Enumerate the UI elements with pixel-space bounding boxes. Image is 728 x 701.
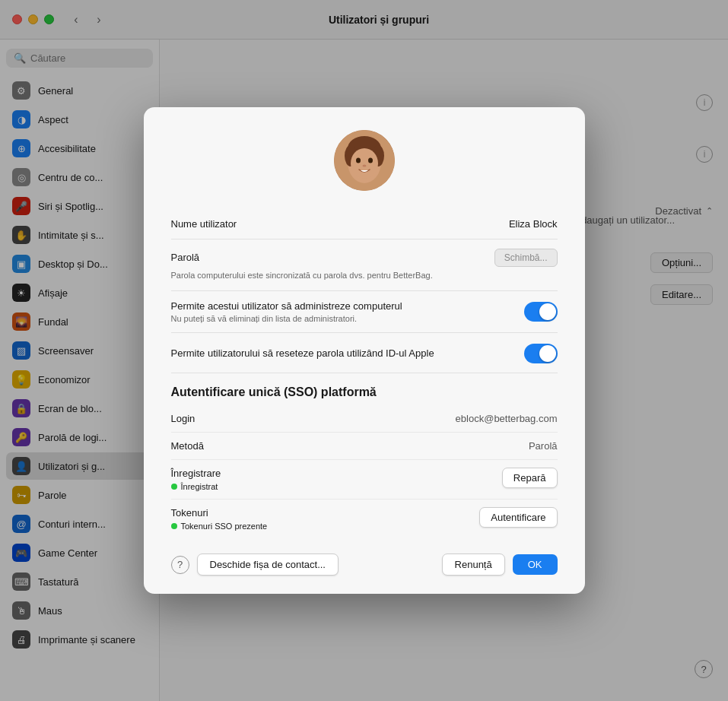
renunta-button[interactable]: Renunță <box>442 554 505 576</box>
help-circle-button[interactable]: ? <box>171 556 189 574</box>
schimba-button[interactable]: Schimbă... <box>494 249 558 267</box>
reset-toggle-label: Permite utilizatorului să reseteze parol… <box>171 347 434 359</box>
tokenuri-content: Tokenuri Tokenuri SSO prezente <box>171 507 480 531</box>
svg-point-5 <box>351 148 378 179</box>
inregistrare-status-dot <box>171 484 177 490</box>
footer-left: ? Deschide fișa de contact... <box>171 554 339 576</box>
metoda-value: Parolă <box>529 440 558 452</box>
tokenuri-status-dot <box>171 523 177 529</box>
password-label: Parolă <box>171 252 200 263</box>
main-window: ‹ › Utilizatori și grupuri 🔍 ⚙General◑As… <box>0 0 728 701</box>
svg-point-6 <box>356 157 361 163</box>
tokenuri-label: Tokenuri <box>171 507 480 519</box>
username-label: Nume utilizator <box>171 218 237 230</box>
modal-avatar-section <box>171 130 558 191</box>
password-section: Parolă Schimbă... Parola computerului es… <box>171 239 558 291</box>
autentificare-button[interactable]: Autentificare <box>479 507 557 528</box>
admin-toggle-label: Permite acestui utilizator să administre… <box>171 300 512 312</box>
username-row: Nume utilizator Eliza Block <box>171 209 558 239</box>
login-value: eblock@betterbag.com <box>456 413 558 424</box>
reset-toggle-row: Permite utilizatorului să reseteze parol… <box>171 333 558 373</box>
deschide-button[interactable]: Deschide fișa de contact... <box>197 554 339 576</box>
metoda-label: Metodă <box>171 440 204 452</box>
repara-button[interactable]: Repară <box>502 468 558 488</box>
username-value: Eliza Block <box>509 218 558 230</box>
tokenuri-status-text: Tokenuri SSO prezente <box>181 522 268 531</box>
admin-toggle-row: Permite acestui utilizator să administre… <box>171 291 558 333</box>
admin-toggle[interactable] <box>524 302 558 322</box>
sso-title: Autentificare unică (SSO) platformă <box>171 373 558 405</box>
inregistrare-content: Înregistrare Înregistrat <box>171 468 502 491</box>
login-label: Login <box>171 413 196 424</box>
admin-toggle-desc: Nu puteți să vă eliminați din lista de a… <box>171 314 512 323</box>
admin-toggle-content: Permite acestui utilizator să administre… <box>171 300 512 323</box>
login-row: Login eblock@betterbag.com <box>171 405 558 433</box>
reset-toggle[interactable] <box>524 344 558 363</box>
password-desc: Parola computerului este sincronizată cu… <box>171 270 445 281</box>
modal-footer: ? Deschide fișa de contact... Renunță OK <box>171 554 558 576</box>
inregistrare-status-text: Înregistrat <box>181 482 218 491</box>
metoda-row: Metodă Parolă <box>171 433 558 460</box>
inregistrare-row: Înregistrare Înregistrat Repară <box>171 460 558 500</box>
tokenuri-status: Tokenuri SSO prezente <box>171 522 480 531</box>
ok-button[interactable]: OK <box>513 554 558 575</box>
user-modal: Nume utilizator Eliza Block Parolă Schim… <box>144 107 585 594</box>
svg-point-8 <box>362 164 366 167</box>
password-top: Parolă Schimbă... <box>171 249 558 267</box>
inregistrare-status: Înregistrat <box>171 482 502 491</box>
inregistrare-label: Înregistrare <box>171 468 502 479</box>
modal-overlay: Nume utilizator Eliza Block Parolă Schim… <box>0 0 728 701</box>
svg-point-7 <box>368 157 373 163</box>
footer-right: Renunță OK <box>442 554 558 576</box>
user-avatar[interactable] <box>334 130 395 191</box>
tokenuri-row: Tokenuri Tokenuri SSO prezente Autentifi… <box>171 500 558 538</box>
